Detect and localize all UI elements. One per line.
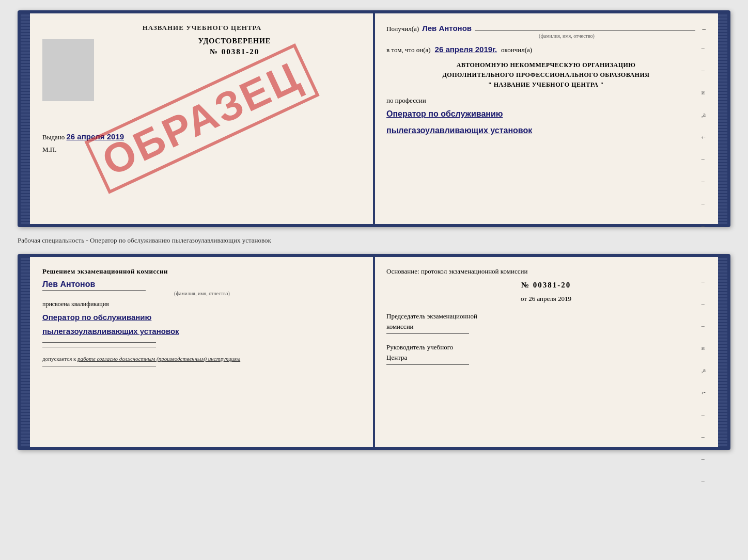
- protocol-number: № 00381-20: [386, 281, 706, 290]
- received-line: Получил(а) Лев Антонов –: [386, 24, 706, 33]
- cert-left-layout: УДОСТОВЕРЕНИЕ № 00381-20: [42, 37, 362, 101]
- separator-text: Рабочая специальность - Оператор по обсл…: [18, 233, 730, 248]
- page-left-1: НАЗВАНИЕ УЧЕБНОГО ЦЕНТРА УДОСТОВЕРЕНИЕ №…: [30, 13, 374, 224]
- cert-issued-line: Выдано 26 апреля 2019: [42, 132, 362, 141]
- dopusk-label: допускается к: [42, 356, 76, 362]
- name-block-2: Лев Антонов (фамилия, имя, отчество): [42, 280, 362, 296]
- predsedatel-block: Председатель экзаменационной комиссии: [386, 311, 706, 331]
- vtom-date: 26 апреля 2019г.: [435, 45, 497, 54]
- issued-date: 26 апреля 2019: [67, 132, 124, 141]
- spine-right-2: [718, 257, 727, 447]
- predsedatel-signature-line: [386, 333, 469, 334]
- vtom-label: в том, что он(а): [386, 46, 431, 54]
- page2-left: Решением экзаменационной комиссии Лев Ан…: [30, 257, 374, 447]
- page2-right: – – – и ,а ‹- – – – – Основание: протоко…: [374, 257, 718, 447]
- right-side-marks: – – и ,а ‹- – – – –: [702, 44, 706, 230]
- spine-left-2: [21, 257, 30, 447]
- received-name: Лев Антонов: [422, 24, 472, 33]
- dopuskaetsya-block: допускается к работе согласно должностны…: [42, 356, 362, 362]
- received-label: Получил(а): [386, 25, 419, 33]
- rukovoditel-line1: Руководитель учебного: [386, 342, 706, 353]
- fio-label-2: (фамилия, имя, отчество): [42, 291, 362, 296]
- spine-right-1: [718, 13, 727, 224]
- vtom-line: в том, что он(а) 26 апреля 2019г. окончи…: [386, 45, 706, 54]
- cert-text-col: УДОСТОВЕРЕНИЕ № 00381-20: [107, 37, 362, 101]
- predsedatel-line1: Председатель экзаменационной: [386, 311, 706, 322]
- cert-type-label: УДОСТОВЕРЕНИЕ: [107, 37, 362, 45]
- profession-line2: пылегазоулавливающих установок: [386, 123, 706, 138]
- komissia-header: Решением экзаменационной комиссии: [42, 267, 362, 276]
- right-side-marks-2: – – – и ,а ‹- – – – –: [702, 278, 706, 485]
- ot-date-block: от 26 апреля 2019: [386, 295, 706, 303]
- fio-label-1: (фамилия, имя, отчество): [428, 33, 706, 39]
- kvalif-line2: пылегазоулавливающих установок: [42, 324, 362, 338]
- dopusk-text: работе согласно должностным (производств…: [77, 356, 240, 362]
- prisvoyena-label: присвоена квалификация: [42, 300, 362, 308]
- rukovoditel-line2: Центра: [386, 353, 706, 363]
- cert-number: № 00381-20: [107, 47, 362, 56]
- org-name-block: АВТОНОМНУЮ НЕКОММЕРЧЕСКУЮ ОРГАНИЗАЦИЮ ДО…: [386, 60, 706, 90]
- profession-line1: Оператор по обслуживанию: [386, 107, 706, 122]
- po-professii-label: по профессии: [386, 97, 706, 105]
- predsedatel-line2: комиссии: [386, 322, 706, 332]
- cert-title: НАЗВАНИЕ УЧЕБНОГО ЦЕНТРА: [42, 24, 362, 32]
- spine-left-1: [21, 13, 30, 224]
- org-line3: " НАЗВАНИЕ УЧЕБНОГО ЦЕНТРА ": [386, 80, 706, 90]
- page-right-1: – – и ,а ‹- – – – – Получил(а) Лев Антон…: [374, 13, 718, 224]
- cert-photo: [42, 39, 94, 101]
- org-line1: АВТОНОМНУЮ НЕКОММЕРЧЕСКУЮ ОРГАНИЗАЦИЮ: [386, 60, 706, 70]
- osnovanie-header: Основание: протокол экзаменационной коми…: [386, 267, 706, 276]
- org-line2: ДОПОЛНИТЕЛЬНОГО ПРОФЕССИОНАЛЬНОГО ОБРАЗО…: [386, 70, 706, 80]
- person-name-2: Лев Антонов: [42, 280, 362, 289]
- document-container: НАЗВАНИЕ УЧЕБНОГО ЦЕНТРА УДОСТОВЕРЕНИЕ №…: [18, 10, 730, 450]
- cert-mp: М.П.: [42, 146, 362, 154]
- certificate-book-2: Решением экзаменационной комиссии Лев Ан…: [18, 254, 730, 450]
- certificate-book-1: НАЗВАНИЕ УЧЕБНОГО ЦЕНТРА УДОСТОВЕРЕНИЕ №…: [18, 10, 730, 227]
- okonchil-label: окончил(а): [501, 46, 532, 54]
- ot-date: 26 апреля 2019: [528, 295, 571, 302]
- rukovoditel-signature-line: [386, 364, 469, 365]
- ot-label: от: [521, 295, 527, 302]
- kvalif-line1: Оператор по обслуживанию: [42, 310, 362, 324]
- issued-label: Выдано: [42, 133, 65, 141]
- rukovoditel-block: Руководитель учебного Центра: [386, 342, 706, 362]
